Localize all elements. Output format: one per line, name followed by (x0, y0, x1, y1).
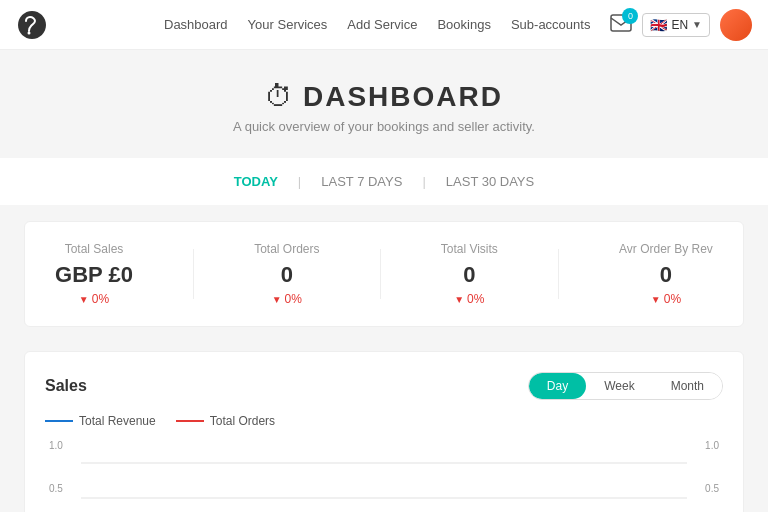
legend-revenue: Total Revenue (45, 414, 156, 428)
chart-legend: Total Revenue Total Orders (45, 414, 723, 428)
clock-icon: ⏱ (265, 80, 293, 113)
down-arrow-icon: ▼ (272, 294, 282, 305)
nav-add-service[interactable]: Add Service (347, 17, 417, 32)
stat-divider-3 (558, 249, 559, 299)
chart-area: 1.0 0.5 0.0 -0.5 1.0 (45, 440, 723, 512)
nav-sub-accounts[interactable]: Sub-accounts (511, 17, 591, 32)
mail-button[interactable]: 0 (610, 14, 632, 35)
y-axis-right: 1.0 0.5 0.0 -0.5 (698, 440, 723, 512)
page-title: DASHBOARD (303, 81, 503, 113)
stat-total-orders-label: Total Orders (254, 242, 319, 256)
legend-orders: Total Orders (176, 414, 275, 428)
nav-links: Dashboard Your Services Add Service Book… (164, 17, 590, 32)
stat-avr-order-value: 0 (619, 262, 713, 288)
down-arrow-icon: ▼ (454, 294, 464, 305)
stat-total-visits: Total Visits 0 ▼ 0% (441, 242, 498, 306)
stat-divider-1 (193, 249, 194, 299)
language-selector[interactable]: 🇬🇧 EN ▼ (642, 13, 710, 37)
stat-total-sales-value: GBP £0 (55, 262, 133, 288)
stat-divider-2 (380, 249, 381, 299)
main-content: ⏱ DASHBOARD A quick overview of your boo… (0, 50, 768, 512)
stat-total-visits-label: Total Visits (441, 242, 498, 256)
view-week-button[interactable]: Week (586, 373, 652, 399)
view-toggle: Day Week Month (528, 372, 723, 400)
stat-avr-order-change: ▼ 0% (619, 292, 713, 306)
y-axis-left: 1.0 0.5 0.0 -0.5 (45, 440, 70, 512)
sales-title: Sales (45, 377, 87, 395)
chart-svg-area (81, 440, 687, 512)
svg-point-0 (28, 31, 31, 34)
legend-orders-line (176, 420, 204, 422)
stat-total-orders: Total Orders 0 ▼ 0% (254, 242, 319, 306)
stat-total-visits-value: 0 (441, 262, 498, 288)
stat-total-orders-value: 0 (254, 262, 319, 288)
tab-last30[interactable]: LAST 30 DAYS (426, 170, 554, 193)
nav-right: 0 🇬🇧 EN ▼ (610, 9, 752, 41)
sales-header: Sales Day Week Month (45, 372, 723, 400)
stat-total-sales: Total Sales GBP £0 ▼ 0% (55, 242, 133, 306)
stat-total-orders-change: ▼ 0% (254, 292, 319, 306)
stats-card: Total Sales GBP £0 ▼ 0% Total Orders 0 ▼… (24, 221, 744, 327)
dashboard-header: ⏱ DASHBOARD A quick overview of your boo… (0, 80, 768, 134)
navbar: Dashboard Your Services Add Service Book… (0, 0, 768, 50)
stat-avr-order-label: Avr Order By Rev (619, 242, 713, 256)
down-arrow-icon: ▼ (79, 294, 89, 305)
mail-badge: 0 (622, 8, 638, 24)
tab-last7[interactable]: LAST 7 DAYS (301, 170, 422, 193)
stat-avr-order: Avr Order By Rev 0 ▼ 0% (619, 242, 713, 306)
chart-svg (81, 440, 687, 512)
nav-dashboard[interactable]: Dashboard (164, 17, 228, 32)
down-arrow-icon: ▼ (651, 294, 661, 305)
stat-total-visits-change: ▼ 0% (441, 292, 498, 306)
view-day-button[interactable]: Day (529, 373, 586, 399)
tab-today[interactable]: TODAY (214, 170, 298, 193)
sales-section: Sales Day Week Month Total Revenue Total… (24, 351, 744, 512)
stat-total-sales-change: ▼ 0% (55, 292, 133, 306)
legend-revenue-line (45, 420, 73, 422)
view-month-button[interactable]: Month (653, 373, 722, 399)
dashboard-subtitle: A quick overview of your bookings and se… (0, 119, 768, 134)
logo[interactable] (16, 9, 48, 41)
period-tabs: TODAY | LAST 7 DAYS | LAST 30 DAYS (0, 158, 768, 205)
stat-total-sales-label: Total Sales (55, 242, 133, 256)
legend-orders-label: Total Orders (210, 414, 275, 428)
user-avatar[interactable] (720, 9, 752, 41)
nav-bookings[interactable]: Bookings (437, 17, 490, 32)
nav-services[interactable]: Your Services (248, 17, 328, 32)
legend-revenue-label: Total Revenue (79, 414, 156, 428)
